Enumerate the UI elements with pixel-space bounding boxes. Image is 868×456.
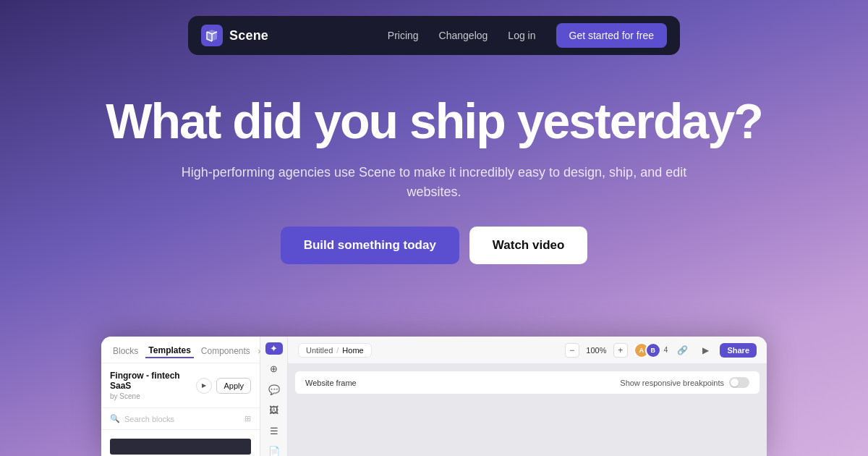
toolbar-page-icon[interactable]: 📄 [265, 446, 283, 457]
breadcrumb: Untitled / Home [298, 343, 372, 358]
toolbar-image-icon[interactable]: 🖼 [265, 405, 283, 417]
app-preview: Blocks Templates Components × Fingrow - … [101, 337, 767, 456]
hero-title: What did you ship yesterday? [14, 96, 854, 147]
share-link-icon[interactable]: 🔗 [673, 342, 691, 359]
zoom-out-button[interactable]: − [565, 343, 579, 358]
navbar-inner: Scene Pricing Changelog Log in Get start… [188, 16, 680, 55]
sidebar-template-item: Fingrow - fintech SaaS by Scene ▶ Apply [101, 363, 260, 408]
nav-login[interactable]: Log in [508, 30, 535, 41]
tab-templates[interactable]: Templates [145, 344, 193, 358]
scene-logo-icon [201, 25, 223, 46]
tab-blocks[interactable]: Blocks [110, 345, 141, 358]
breakpoints-label: Show responsive breakpoints [620, 379, 724, 387]
canvas-topbar-right: − 100% + A B 4 🔗 ▶ Share [565, 342, 757, 359]
search-right-icon: ⊞ [244, 414, 251, 423]
avatar-count: 4 [664, 346, 668, 354]
zoom-in-button[interactable]: + [613, 343, 628, 358]
sidebar-tabs: Blocks Templates Components × [101, 337, 260, 363]
nav-links: Pricing Changelog Log in Get started for… [388, 23, 667, 48]
search-icon: 🔍 [110, 414, 120, 423]
watch-video-button[interactable]: Watch video [469, 227, 588, 264]
toolbar-layers-icon[interactable]: ☰ [265, 425, 283, 437]
tab-components[interactable]: Components [198, 345, 253, 358]
avatar-2: B [645, 342, 661, 358]
build-button[interactable]: Build something today [281, 227, 459, 264]
hero-section: What did you ship yesterday? High-perfor… [0, 55, 868, 287]
icon-toolbar: ✦ ⊕ 💬 🖼 ☰ 📄 [260, 337, 288, 456]
nav-changelog[interactable]: Changelog [439, 30, 488, 41]
avatar-group: A B 4 [634, 342, 668, 358]
play-preview-icon[interactable]: ▶ [697, 342, 714, 359]
search-bar: 🔍 Search blocks ⊞ [101, 408, 260, 430]
zoom-level: 100% [584, 346, 609, 355]
play-button[interactable]: ▶ [196, 378, 212, 394]
template-preview-dark [110, 439, 251, 455]
hero-buttons: Build something today Watch video [14, 227, 854, 264]
canvas-content: Website frame Show responsive breakpoint… [288, 364, 767, 456]
apply-button[interactable]: Apply [216, 378, 251, 394]
share-button[interactable]: Share [720, 343, 757, 358]
logo-text: Scene [229, 28, 268, 43]
website-frame-label: Website frame [305, 379, 357, 387]
breadcrumb-separator: / [336, 346, 339, 355]
breakpoints-toggle[interactable] [729, 377, 749, 388]
breadcrumb-active: Home [342, 346, 363, 355]
sidebar-tabs-left: Blocks Templates Components [110, 344, 253, 358]
sidebar: Blocks Templates Components × Fingrow - … [101, 337, 260, 456]
sidebar-item-sub: by Scene [110, 392, 196, 400]
canvas-area: Untitled / Home − 100% + A B 4 🔗 ▶ Share [288, 337, 767, 456]
template-preview-strip [101, 430, 260, 456]
nav-cta-button[interactable]: Get started for free [556, 23, 668, 48]
nav-pricing[interactable]: Pricing [388, 30, 419, 41]
navbar: Scene Pricing Changelog Log in Get start… [0, 0, 868, 55]
toolbar-chat-icon[interactable]: 💬 [265, 384, 283, 396]
toolbar-move-icon[interactable]: ⊕ [265, 363, 283, 376]
canvas-inner: Website frame Show responsive breakpoint… [295, 371, 760, 394]
breadcrumb-parent: Untitled [306, 346, 333, 355]
website-frame-panel: Website frame Show responsive breakpoint… [295, 371, 760, 394]
toggle-area: Show responsive breakpoints [620, 377, 749, 388]
canvas-topbar: Untitled / Home − 100% + A B 4 🔗 ▶ Share [288, 337, 767, 364]
zoom-controls: − 100% + [565, 343, 628, 358]
sidebar-item-name: Fingrow - fintech SaaS [110, 371, 196, 391]
logo-area: Scene [201, 25, 268, 46]
search-placeholder: Search blocks [124, 415, 174, 423]
sidebar-item-actions: ▶ Apply [196, 378, 251, 394]
hero-subtitle: High-performing agencies use Scene to ma… [181, 163, 687, 202]
toolbar-add-icon[interactable]: ✦ [265, 342, 283, 355]
toggle-knob [731, 379, 739, 387]
sidebar-item-info: Fingrow - fintech SaaS by Scene [110, 371, 196, 400]
